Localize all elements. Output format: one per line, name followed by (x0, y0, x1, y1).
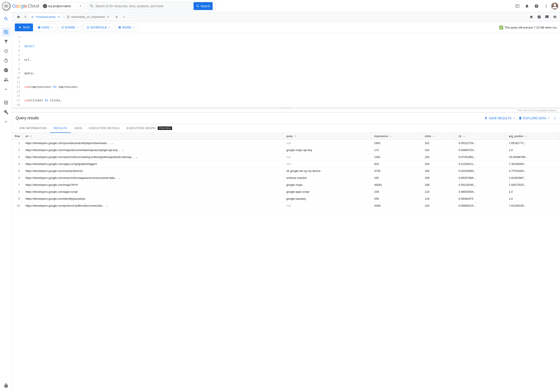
project-selector[interactable]: my-project-name (41, 2, 84, 10)
preview-badge: PREVIEW (158, 126, 172, 130)
cell-avg-position: 7.30194805... (506, 161, 560, 168)
code-content[interactable]: SELECT url, query, sum(impressions) AS i… (23, 33, 560, 107)
results-table-container[interactable]: Row url⇅ query⇅ impressions⇅ (12, 133, 560, 217)
sidebar-item-table[interactable] (2, 98, 10, 107)
expand-url-icon[interactable]: ⌄ (119, 176, 121, 180)
sidebar-item-wrench[interactable] (2, 108, 10, 116)
sidebar-item-filter[interactable] (2, 37, 10, 46)
tab-unsaved-close[interactable]: ✕ (57, 15, 60, 19)
search-btn-icon (196, 4, 200, 8)
cell-query: google maps api key (284, 147, 371, 154)
cell-row-num: 1 (12, 140, 23, 147)
notifications-button[interactable] (523, 2, 531, 10)
svg-point-0 (4, 30, 8, 34)
sidebar-divider-2 (3, 96, 10, 96)
cell-ctr: 0.07351891... (456, 154, 506, 161)
tab-results[interactable]: RESULTS (50, 124, 70, 133)
cell-ctr: 0.48034934... (456, 188, 506, 195)
add-tab-button[interactable] (113, 13, 120, 20)
more-options-button[interactable] (542, 2, 550, 10)
run-button[interactable]: RUN (15, 23, 33, 31)
results-header: Query results SAVE RESULTS EXPLORE DATA (12, 112, 560, 124)
more-button[interactable]: MORE (115, 23, 138, 31)
sidebar-item-search[interactable] (2, 14, 10, 23)
explore-chevron-icon (547, 117, 550, 120)
cell-avg-position: 1.0 (506, 147, 560, 154)
sidebar-item-dot1[interactable]: • (2, 85, 10, 94)
content-area: ✕ ◎ *Unsaved query ✕ searchdata_url_impr… (12, 12, 560, 392)
col-header-query[interactable]: query⇅ (284, 133, 371, 140)
tabs-grid-icon[interactable] (551, 13, 558, 20)
editor-section: RUN SAVE SHARE SCHEDULE (12, 22, 560, 392)
user-avatar[interactable] (551, 3, 558, 10)
tab-execution-details[interactable]: EXECUTION DETAILS (86, 124, 123, 133)
results-expand-button[interactable] (553, 116, 557, 120)
cell-impressions: 2049 (371, 202, 422, 209)
results-title: Query results (16, 116, 39, 121)
expand-url-icon[interactable]: ⌄ (121, 148, 124, 152)
settings-icon (118, 26, 121, 29)
sidebar-item-history[interactable] (2, 47, 10, 55)
tabs-home-icon[interactable] (528, 13, 535, 20)
cell-row-num: 3 (12, 154, 23, 161)
search-input[interactable] (95, 4, 192, 8)
sidebar-item-bigquery[interactable] (2, 28, 10, 36)
tab-home-close[interactable]: ✕ (23, 15, 27, 19)
save-button[interactable]: SAVE (35, 23, 56, 31)
tab-home[interactable] (14, 13, 23, 21)
share-button[interactable]: SHARE (58, 23, 82, 31)
sidebar-item-users[interactable] (2, 75, 10, 84)
tab-searchdata-close[interactable]: ✕ (106, 15, 110, 19)
cell-ctr: 0.05856515... (456, 202, 506, 209)
search-bar[interactable]: Search (86, 2, 216, 10)
tab-execution-graph[interactable]: EXECUTION GRAPH PREVIEW (123, 124, 176, 133)
tab-searchdata[interactable]: searchdata_url_impression ✕ (64, 13, 113, 21)
col-header-clicks[interactable]: clicks⇅ (422, 133, 456, 140)
cell-row-num: 10 (12, 202, 23, 209)
schedule-button[interactable]: SCHEDULE (84, 23, 114, 31)
expand-url-icon[interactable]: ⌄ (111, 141, 113, 145)
tabs-info-icon[interactable] (536, 13, 543, 20)
cell-query: null (284, 161, 371, 168)
expand-url-icon[interactable]: ⌄ (135, 155, 138, 159)
code-editor[interactable]: 12345 678910 1112131415 16 SELECT url, q… (12, 33, 560, 107)
share-icon (61, 26, 64, 29)
cloud-shell-button[interactable] (513, 2, 522, 10)
search-button[interactable]: Search (194, 2, 213, 10)
col-header-row[interactable]: Row (12, 133, 23, 140)
top-nav: Google Cloud my-project-name Search (0, 0, 560, 12)
results-actions: SAVE RESULTS EXPLORE DATA (484, 116, 557, 120)
cell-clicks: 119 (422, 195, 456, 202)
tab-unsaved-query[interactable]: ◎ *Unsaved query ✕ (28, 13, 63, 21)
cell-clicks: 103 (422, 147, 456, 154)
table-header-row: Row url⇅ query⇅ impressions⇅ (12, 133, 560, 140)
sidebar-item-compare[interactable] (2, 56, 10, 65)
tab-json[interactable]: JSON (70, 124, 86, 133)
tab-job-information[interactable]: JOB INFORMATION (16, 124, 50, 133)
cell-avg-position: 4.73761854... (506, 168, 560, 174)
col-header-impressions[interactable]: impressions⇅ (371, 133, 422, 140)
hamburger-menu-button[interactable] (2, 2, 10, 10)
sidebar-item-schedule[interactable] (2, 66, 10, 75)
table-row: 6 https://developers.google.com/search/d… (12, 174, 560, 181)
help-button[interactable] (532, 2, 541, 10)
search-icon (90, 4, 94, 8)
cell-clicks: 106 (422, 168, 456, 174)
expand-url-icon[interactable]: ⌄ (106, 204, 108, 207)
cell-clicks: 120 (422, 202, 456, 209)
cell-url: https://developers.google.com/nearby/dev… (23, 168, 284, 174)
cell-query: null (284, 202, 371, 209)
nav-icons (513, 2, 558, 10)
tab-more-button[interactable] (120, 13, 128, 20)
col-header-avg-position[interactable]: avg_position⇅ (506, 133, 560, 140)
sidebar-item-lock[interactable] (2, 381, 10, 390)
save-results-button[interactable]: SAVE RESULTS (484, 116, 516, 120)
share-chevron-icon (76, 26, 79, 29)
sidebar-item-dot2[interactable]: • (2, 117, 10, 126)
tabs-chat-icon[interactable] (543, 13, 550, 20)
col-header-ctr[interactable]: ctr⇅ (456, 133, 506, 140)
results-panel: Query results SAVE RESULTS EXPLORE DATA (12, 112, 560, 217)
explore-data-button[interactable]: EXPLORE DATA (519, 116, 550, 120)
col-header-url[interactable]: url⇅ (23, 133, 284, 140)
more-chevron-icon (132, 26, 135, 29)
